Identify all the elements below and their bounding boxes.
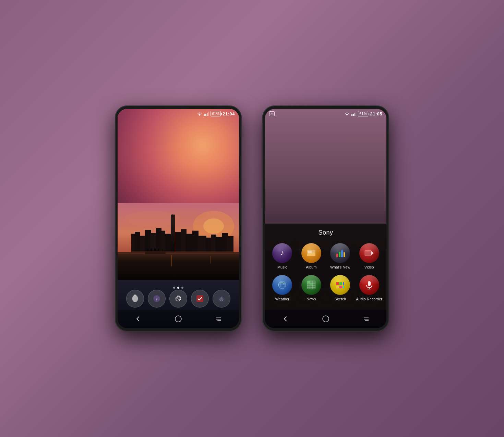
dock-music-icon[interactable]: ♪ <box>148 290 166 308</box>
svg-rect-52 <box>134 295 136 296</box>
sketch-label: Sketch <box>334 297 346 301</box>
svg-rect-100 <box>310 284 312 285</box>
sketch-app-icon[interactable] <box>330 275 350 295</box>
svg-rect-59 <box>196 295 203 302</box>
svg-rect-102 <box>339 282 342 285</box>
app-sketch[interactable]: Sketch <box>326 274 354 303</box>
svg-rect-38 <box>150 249 151 251</box>
svg-rect-103 <box>343 282 344 285</box>
dock-fingerprint-icon[interactable] <box>169 290 187 308</box>
app-grid: ♪ Music <box>268 242 383 303</box>
svg-point-2 <box>203 218 224 234</box>
svg-rect-26 <box>118 254 239 280</box>
weather-label: Weather <box>275 297 289 301</box>
svg-rect-27 <box>171 255 172 266</box>
whatsnew-label: What's New <box>330 265 350 270</box>
whatsnew-app-icon[interactable] <box>330 243 350 263</box>
svg-rect-85 <box>339 252 340 257</box>
svg-point-76 <box>347 115 347 115</box>
dock-camera-icon[interactable] <box>213 290 230 308</box>
status-bar-left-2 <box>269 111 275 116</box>
app-audio[interactable]: Audio Recorder <box>356 274 383 303</box>
battery-2: 61% <box>358 111 368 116</box>
svg-rect-86 <box>341 250 343 257</box>
app-drawer: Sony ♪ Music <box>265 224 386 310</box>
svg-rect-107 <box>368 281 371 286</box>
phone-2-screen: 61% 21:05 Sony ♪ Music <box>265 109 386 328</box>
audio-app-icon[interactable] <box>359 275 379 295</box>
svg-rect-88 <box>365 250 371 256</box>
svg-rect-104 <box>336 286 339 288</box>
app-news[interactable]: News <box>298 274 325 303</box>
weather-app-icon[interactable] <box>272 275 292 295</box>
menu-button-1[interactable] <box>212 312 226 326</box>
svg-point-58 <box>178 298 179 299</box>
phone-2-frame: 61% 21:05 Sony ♪ Music <box>262 105 389 332</box>
svg-point-62 <box>220 298 223 300</box>
app-weather[interactable]: Weather <box>268 274 296 303</box>
drawer-title: Sony <box>268 229 383 236</box>
video-app-icon[interactable] <box>359 243 379 263</box>
signal-icon-2 <box>351 112 356 116</box>
svg-rect-22 <box>215 237 223 253</box>
svg-rect-48 <box>205 114 206 116</box>
video-label: Video <box>364 265 374 270</box>
svg-rect-101 <box>336 282 339 285</box>
svg-rect-24 <box>227 236 233 253</box>
back-button-2[interactable] <box>278 312 292 326</box>
nav-bar-2 <box>265 310 386 328</box>
svg-rect-45 <box>118 251 239 254</box>
svg-rect-105 <box>339 286 342 288</box>
svg-text:♪: ♪ <box>156 296 158 301</box>
news-label: News <box>307 297 316 301</box>
gallery-status-icon <box>269 111 275 116</box>
svg-rect-87 <box>344 252 345 257</box>
news-app-icon[interactable] <box>301 275 321 295</box>
album-label: Album <box>306 265 316 270</box>
dock-1: ♪ <box>118 290 239 308</box>
svg-point-119 <box>323 316 329 322</box>
app-whatsnew[interactable]: What's New <box>326 242 354 271</box>
svg-rect-18 <box>192 231 199 253</box>
svg-rect-47 <box>204 114 205 116</box>
home-button-2[interactable] <box>319 312 333 326</box>
dot-1 <box>173 287 175 289</box>
svg-rect-32 <box>155 250 155 251</box>
svg-rect-49 <box>207 113 208 116</box>
signal-icon <box>204 112 209 116</box>
svg-rect-19 <box>198 236 206 253</box>
dock-app4-icon[interactable] <box>191 290 209 308</box>
app-video[interactable]: Video <box>356 242 383 271</box>
phone-1-frame: 61% 21:04 <box>115 105 242 332</box>
audio-label: Audio Recorder <box>356 297 382 301</box>
phone-2: 61% 21:05 Sony ♪ Music <box>262 105 389 332</box>
svg-rect-78 <box>353 114 354 116</box>
wifi-icon <box>197 112 202 116</box>
svg-marker-89 <box>371 251 374 255</box>
home-button-1[interactable] <box>171 312 185 326</box>
app-album[interactable]: Album <box>298 242 325 271</box>
svg-text:♪: ♪ <box>280 248 284 257</box>
time-2: 21:05 <box>370 111 382 116</box>
status-icons-1: 61% 21:04 <box>197 111 235 116</box>
battery-1: 61% <box>211 111 221 116</box>
nav-bar-1 <box>118 310 239 328</box>
status-icons-2: 61% 21:05 <box>344 111 382 116</box>
menu-button-2[interactable] <box>359 312 373 326</box>
svg-rect-50 <box>208 112 209 116</box>
album-app-icon[interactable] <box>301 243 321 263</box>
svg-rect-44 <box>158 249 159 251</box>
svg-rect-35 <box>146 248 146 251</box>
svg-rect-106 <box>343 286 344 288</box>
svg-rect-42 <box>155 249 156 251</box>
back-button-1[interactable] <box>131 312 145 326</box>
dock-pencil-icon[interactable] <box>126 290 144 308</box>
app-music[interactable]: ♪ Music <box>268 242 296 271</box>
svg-rect-37 <box>148 248 149 251</box>
svg-rect-84 <box>336 254 338 257</box>
music-app-icon[interactable]: ♪ <box>272 243 292 263</box>
status-bar-2: 61% 21:05 <box>265 109 386 118</box>
page-dots <box>118 287 239 289</box>
cityscape <box>118 203 239 280</box>
svg-rect-99 <box>308 281 310 283</box>
